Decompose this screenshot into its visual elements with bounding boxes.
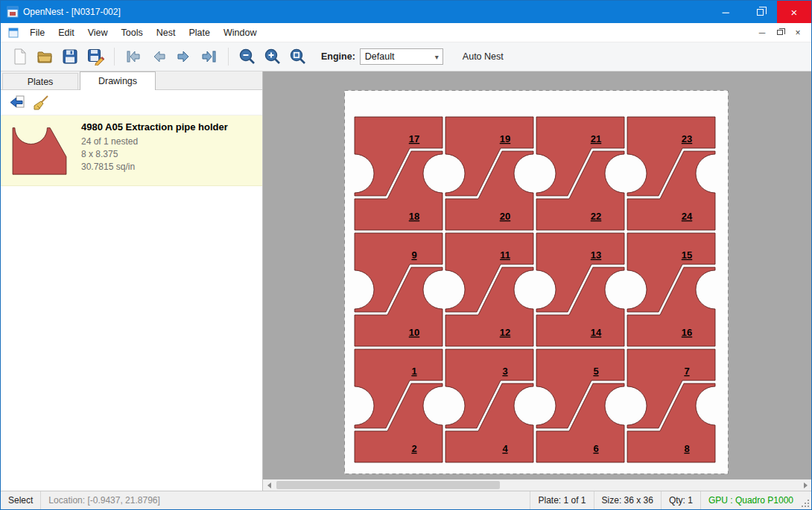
menu-nest[interactable]: Nest: [150, 25, 183, 41]
status-location: Location: [-0.9437, 21.8796]: [40, 491, 167, 509]
restore-button[interactable]: [743, 1, 777, 23]
tab-strip: Plates Drawings: [1, 71, 262, 90]
open-folder-icon: [36, 48, 54, 66]
part-number-label: 12: [500, 327, 510, 338]
horizontal-scrollbar[interactable]: [263, 479, 811, 491]
part-number-label: 10: [409, 327, 419, 338]
zoom-in-icon: [264, 48, 282, 66]
part-number-label: 11: [500, 249, 510, 261]
part-number-label: 21: [591, 133, 601, 144]
minimize-icon: ─: [722, 7, 729, 18]
part-number-label: 22: [591, 211, 601, 222]
restore-icon: [757, 9, 764, 16]
part-number-label: 17: [409, 133, 419, 144]
part-number-label: 7: [684, 366, 689, 377]
engine-label: Engine:: [321, 51, 355, 62]
menu-edit[interactable]: Edit: [51, 25, 81, 41]
drawing-list: 4980 A05 Extraction pipe holder 24 of 1 …: [1, 115, 262, 491]
status-size: Size: 36 x 36: [594, 491, 661, 509]
drawing-dimensions: 8 x 8.375: [81, 148, 228, 161]
drawing-list-item[interactable]: 4980 A05 Extraction pipe holder 24 of 1 …: [1, 115, 262, 186]
menu-plate[interactable]: Plate: [182, 25, 217, 41]
zoom-fit-icon: [289, 48, 307, 66]
toolbar-separator: [228, 48, 229, 66]
engine-value: Default: [365, 51, 395, 62]
mdi-minimize-icon: ─: [759, 28, 766, 38]
zoom-in-button[interactable]: [260, 45, 285, 68]
close-icon: ×: [791, 6, 798, 19]
part-number-label: 19: [500, 133, 510, 144]
first-plate-button[interactable]: [121, 45, 146, 68]
next-plate-button[interactable]: [171, 45, 197, 68]
save-edit-button[interactable]: [83, 45, 108, 68]
plate[interactable]: 171819202122232491011121314151612345678: [344, 90, 729, 474]
status-plate: Plate: 1 of 1: [530, 491, 593, 509]
tab-drawings[interactable]: Drawings: [80, 71, 156, 90]
previous-arrow-icon: [150, 48, 168, 66]
menu-window[interactable]: Window: [217, 25, 263, 41]
drawing-nested-count: 24 of 1 nested: [81, 136, 228, 148]
part-number-label: 23: [682, 133, 692, 144]
status-qty: Qty: 1: [661, 491, 700, 509]
auto-nest-button[interactable]: Auto Nest: [457, 48, 510, 66]
save-floppy-icon: [61, 48, 79, 66]
scroll-left-icon[interactable]: [263, 479, 275, 491]
close-button[interactable]: ×: [777, 1, 811, 23]
menu-tools[interactable]: Tools: [115, 25, 150, 41]
part-number-label: 6: [593, 443, 598, 454]
main-toolbar: Engine: Default ▾ Auto Nest: [1, 42, 811, 71]
drawing-info: 4980 A05 Extraction pipe holder 24 of 1 …: [81, 121, 228, 179]
part-number-label: 13: [591, 249, 601, 261]
previous-plate-button[interactable]: [146, 45, 171, 68]
part-number-label: 18: [409, 211, 419, 222]
app-window: OpenNest - [N0317-002] ─ × File Edit Vie…: [0, 0, 812, 510]
new-button[interactable]: [7, 45, 32, 68]
part-number-label: 8: [684, 443, 689, 454]
scroll-right-icon[interactable]: [799, 479, 811, 491]
drawing-thumbnail: [8, 124, 71, 179]
menu-bar: File Edit View Tools Nest Plate Window ─…: [1, 23, 811, 42]
part-number-label: 14: [591, 327, 602, 338]
clean-drawings-button[interactable]: [29, 92, 53, 113]
window-title: OpenNest - [N0317-002]: [23, 7, 121, 17]
nest-canvas[interactable]: 171819202122232491011121314151612345678: [263, 71, 811, 491]
left-panel: Plates Drawings 4980 A05 Extraction pip: [1, 71, 263, 491]
zoom-out-button[interactable]: [235, 45, 260, 68]
zoom-fit-button[interactable]: [285, 45, 311, 68]
scrollbar-thumb[interactable]: [276, 481, 500, 489]
last-plate-button[interactable]: [197, 45, 222, 68]
open-button[interactable]: [32, 45, 57, 68]
part-number-label: 9: [411, 249, 416, 261]
part-number-label: 16: [682, 327, 692, 338]
minimize-button[interactable]: ─: [708, 1, 743, 23]
part-number-label: 1: [411, 366, 416, 377]
engine-dropdown[interactable]: Default ▾: [360, 48, 443, 65]
chevron-down-icon: ▾: [431, 53, 443, 61]
import-drawing-button[interactable]: [5, 92, 29, 113]
tab-plates[interactable]: Plates: [2, 73, 78, 89]
drawings-toolbar: [1, 90, 262, 115]
resize-grip[interactable]: [801, 491, 811, 509]
mdi-minimize-button[interactable]: ─: [753, 25, 771, 40]
next-arrow-icon: [175, 48, 193, 66]
mdi-close-button[interactable]: ×: [789, 25, 807, 40]
status-gpu: GPU : Quadro P1000: [700, 491, 801, 509]
toolbar-separator: [114, 48, 115, 66]
last-arrow-icon: [200, 48, 218, 66]
part-number-label: 20: [500, 211, 510, 222]
save-button[interactable]: [57, 45, 83, 68]
part-number-label: 24: [682, 211, 693, 222]
mdi-child-icon: [8, 28, 19, 38]
new-file-icon: [10, 48, 28, 66]
mdi-close-icon: ×: [795, 28, 800, 38]
title-bar: OpenNest - [N0317-002] ─ ×: [1, 1, 811, 23]
save-edit-icon: [86, 48, 104, 66]
mdi-restore-button[interactable]: [771, 25, 789, 40]
broom-icon: [32, 94, 50, 112]
app-icon: [7, 6, 19, 18]
import-arrow-icon: [8, 94, 26, 112]
menu-file[interactable]: File: [23, 25, 51, 41]
menu-view[interactable]: View: [81, 25, 115, 41]
zoom-out-icon: [238, 48, 256, 66]
part-number-label: 3: [502, 366, 507, 377]
